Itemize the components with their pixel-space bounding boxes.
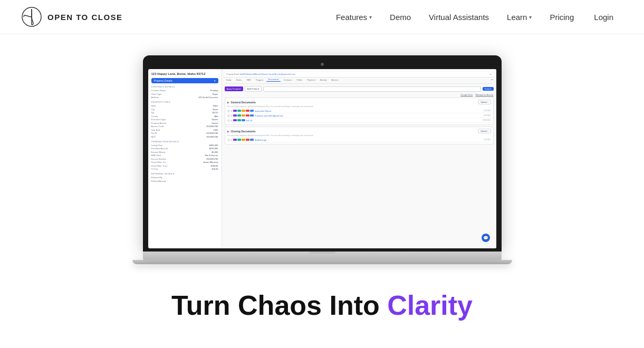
tag xyxy=(237,114,241,117)
doc-tags xyxy=(233,110,254,112)
doc-row: ≡ Inspection Report 1/1/2022 xyxy=(227,109,491,113)
screen-field-row: TC Fee 400.00 xyxy=(151,168,218,170)
nav-demo[interactable]: Demo xyxy=(382,8,418,26)
tag xyxy=(233,114,237,117)
more-options-icon[interactable]: ••• xyxy=(491,78,493,81)
screen-links-row: Google Drive Manage for Access xyxy=(225,93,494,96)
screen-referral-label: REFERRAL DETAILS xyxy=(151,172,218,175)
screen-property-label: PROPERTY INFO xyxy=(151,101,218,103)
screen-field-row: Escrow Number 2013065780 xyxy=(151,158,218,160)
screen-field-row: County Ada xyxy=(151,115,218,118)
doc-name[interactable]: Purchase and Sale Agreement xyxy=(255,114,483,117)
screen-email-bar: Property Email: 1a0435 Bankers8 Alcorn8 … xyxy=(225,72,494,78)
doc-row: ≡ Walkthrough 1/1/2022 xyxy=(227,138,491,142)
tab-contacts[interactable]: Contacts xyxy=(282,78,294,82)
nav-features[interactable]: Features ▾ xyxy=(329,8,379,26)
hero-section: 123 Happy Lane, Boise, Idaho 83712 Prope… xyxy=(0,34,644,348)
google-drive-link[interactable]: Google Drive xyxy=(460,93,473,96)
screen-field-row: EMD Held Title & Escrow xyxy=(151,154,218,157)
doc-date: 3/5/2022 xyxy=(484,114,491,117)
tab-fields[interactable]: Fields xyxy=(295,78,304,82)
screen-field-row: Year Built 1993 xyxy=(151,129,218,131)
nav-learn[interactable]: Learn ▾ xyxy=(499,8,539,26)
doc-name[interactable]: Walkthrough xyxy=(255,139,483,141)
tag xyxy=(250,110,254,112)
laptop-bottom xyxy=(132,260,512,264)
screen-left-panel: 123 Happy Lane, Boise, Idaho 83712 Prope… xyxy=(148,69,222,248)
screen-field-row: State Idaho xyxy=(151,104,218,107)
screen-contract-label: CONTRACT DETAILS xyxy=(151,85,218,88)
manage-access-link[interactable]: Manage for Access xyxy=(475,93,493,96)
doc-tags xyxy=(233,119,245,121)
doc-date: 1/1/2022 xyxy=(484,110,491,112)
screen-field-row: Tax ID 2013065780 xyxy=(151,132,218,134)
screen-field-row: Client Type Buyer xyxy=(151,93,218,95)
doc-check[interactable] xyxy=(227,114,230,117)
tab-tasks[interactable]: Tasks xyxy=(225,78,233,82)
expand-icon[interactable]: ▶ xyxy=(227,130,229,133)
search-button[interactable]: Search xyxy=(483,87,494,91)
screen-field-row: Listing Price $495,000 xyxy=(151,144,218,147)
chat-bubble-icon[interactable]: 💬 xyxy=(482,234,490,242)
doc-check[interactable] xyxy=(227,139,230,141)
screen-toolbar: Apply Template Add Folder ▾ Search xyxy=(225,86,494,92)
hero-heading: Turn Chaos Into Clarity xyxy=(171,291,473,321)
doc-tags xyxy=(233,114,254,117)
closing-docs-title: Closing Documents xyxy=(231,130,256,133)
chevron-down-icon: ▾ xyxy=(258,88,259,90)
logo-icon xyxy=(21,6,42,27)
tag xyxy=(233,139,237,141)
upload-icon: ↑ xyxy=(488,101,489,103)
screen-field-row: Home Warr. Co. Javani Warranty xyxy=(151,161,218,163)
tag xyxy=(233,110,237,112)
tag xyxy=(246,110,249,112)
doc-row: ≡ Purchase and Sale Agreement 3/5/2022 xyxy=(227,113,491,118)
doc-check[interactable] xyxy=(227,110,230,112)
tag xyxy=(242,139,245,141)
learn-chevron-icon: ▾ xyxy=(529,14,532,20)
search-files-input[interactable] xyxy=(263,86,480,92)
expand-icon[interactable]: ▶ xyxy=(227,101,229,104)
tab-payment[interactable]: Payment xyxy=(305,78,317,82)
screen-address: 123 Happy Lane, Boise, Idaho 83712 xyxy=(151,72,218,75)
features-chevron-icon: ▾ xyxy=(369,14,372,20)
doc-name[interactable]: FiD-21 xyxy=(246,119,482,122)
tag xyxy=(246,114,249,117)
closing-documents-section: ▶ Closing Documents Upload ↑ You can eas… xyxy=(225,127,494,144)
screen-field-row: MLS 2013065780 xyxy=(151,136,218,138)
screen-property-details-btn[interactable]: Property Details ▾ xyxy=(151,78,218,83)
upload-general-button[interactable]: Upload ↑ xyxy=(478,100,491,104)
tab-sms[interactable]: SMS xyxy=(245,78,253,82)
screen-field-row: Home Warr. Cost 1999.00 xyxy=(151,165,218,167)
nav-pricing[interactable]: Pricing xyxy=(542,8,581,26)
tab-access[interactable]: Access xyxy=(330,78,340,82)
screen-transaction-label: TRANSACTION DETAILS xyxy=(151,140,218,143)
header: OPEN TO CLOSE Features ▾ Demo Virtual As… xyxy=(0,0,644,34)
doc-row: ≡ FiD-21 3/20/2022 xyxy=(227,118,491,123)
screen-field-row: Access Code 2013065780 xyxy=(151,125,218,128)
tab-triggers[interactable]: Triggers xyxy=(254,78,265,82)
doc-check[interactable] xyxy=(227,119,230,122)
doc-tags xyxy=(233,139,254,141)
screen-field-row: Referral Amount xyxy=(151,180,218,182)
doc-date: 1/1/2022 xyxy=(484,139,491,141)
add-folder-button[interactable]: Add Folder ▾ xyxy=(245,86,262,92)
tag xyxy=(246,139,249,141)
nav-login[interactable]: Login xyxy=(584,8,623,26)
upload-closing-button[interactable]: Upload ↑ xyxy=(478,129,491,133)
tab-notes[interactable]: Notes xyxy=(235,78,243,82)
tab-documents[interactable]: Documents xyxy=(266,78,280,82)
apply-template-button[interactable]: Apply Template xyxy=(225,86,243,91)
close-icon[interactable]: ✕ xyxy=(489,73,492,76)
doc-hint-closing: You can easily organize, upload and cate… xyxy=(227,134,491,137)
laptop-mockup: 123 Happy Lane, Boise, Idaho 83712 Prope… xyxy=(143,55,502,264)
logo[interactable]: OPEN TO CLOSE xyxy=(21,6,123,27)
tag xyxy=(250,139,254,141)
tab-activity[interactable]: Activity xyxy=(319,78,329,82)
screen-field-row: Property Access Vacant xyxy=(151,122,218,124)
doc-name[interactable]: Inspection Report xyxy=(255,110,483,112)
nav-virtual-assistants[interactable]: Virtual Assistants xyxy=(421,8,496,26)
doc-hint: You can easily organize, upload and cate… xyxy=(227,105,491,108)
tag xyxy=(242,119,245,121)
screen-right-panel: Property Email: 1a0435 Bankers8 Alcorn8 … xyxy=(222,69,496,248)
